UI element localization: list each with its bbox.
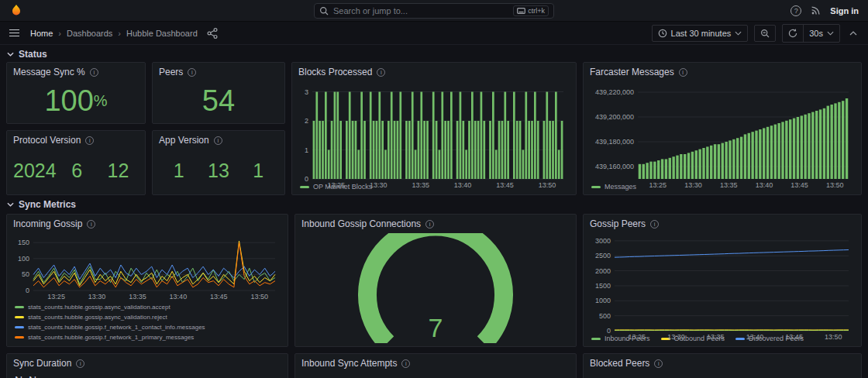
time-range-picker[interactable]: Last 30 minutes xyxy=(652,25,749,42)
svg-text:13:40: 13:40 xyxy=(170,293,188,301)
section-title: Sync Metrics xyxy=(19,199,76,210)
svg-text:3000: 3000 xyxy=(595,237,611,245)
svg-text:13:35: 13:35 xyxy=(707,333,725,341)
svg-text:13:40: 13:40 xyxy=(454,181,472,189)
breadcrumb-home[interactable]: Home xyxy=(29,29,54,38)
info-icon[interactable] xyxy=(679,68,687,77)
section-sync-metrics-toggle[interactable]: Sync Metrics xyxy=(0,195,868,212)
svg-text:13:50: 13:50 xyxy=(826,181,844,189)
legend-marker xyxy=(15,336,24,338)
info-icon[interactable] xyxy=(90,68,98,77)
panel-title[interactable]: Inbound Gossip Connections xyxy=(301,218,421,229)
legend-label: stats_counts.hubble.gossip.f_network_1_p… xyxy=(28,333,194,342)
collapse-controls-button[interactable] xyxy=(846,25,860,42)
chevron-down-icon xyxy=(735,31,742,36)
breadcrumb-current[interactable]: Hubble Dashboard xyxy=(125,29,199,38)
breadcrumb-dashboards[interactable]: Dashboards xyxy=(65,29,114,38)
legend-item[interactable]: stats_counts.hubble.gossip.f_network_1_c… xyxy=(15,323,205,332)
legend-item[interactable]: stats_counts.hubble.gossip.async_validat… xyxy=(15,313,167,321)
svg-text:13:25: 13:25 xyxy=(628,333,646,341)
section-status-toggle[interactable]: Status xyxy=(0,45,868,62)
panel-title[interactable]: Message Sync % xyxy=(13,67,85,77)
panel-title[interactable]: Blocked Peers xyxy=(590,358,649,369)
legend-item[interactable]: stats_counts.hubble.gossip.async_validat… xyxy=(15,303,170,311)
incoming-gossip-chart[interactable]: 05010015013:2513:3013:3513:4013:4513:50 xyxy=(13,233,281,301)
svg-text:13:30: 13:30 xyxy=(370,181,388,189)
sync-duration-value: NaN xyxy=(13,373,281,378)
info-icon[interactable] xyxy=(76,359,84,368)
svg-text:2500: 2500 xyxy=(595,252,611,259)
panel-title[interactable]: Peers xyxy=(159,67,183,77)
grafana-logo[interactable] xyxy=(9,4,23,18)
menu-toggle-icon[interactable] xyxy=(8,28,21,39)
news-icon[interactable] xyxy=(811,5,821,15)
info-icon[interactable] xyxy=(87,220,95,229)
info-icon[interactable] xyxy=(377,68,385,77)
share-icon[interactable] xyxy=(207,28,218,39)
blocks-processed-chart[interactable]: 012313:2513:3013:3513:4013:4513:50 xyxy=(298,81,570,181)
sign-in-link[interactable]: Sign in xyxy=(830,6,859,15)
peers-value: 54 xyxy=(202,86,235,115)
panel-title[interactable]: Blocks Processed xyxy=(298,67,372,77)
keyboard-icon xyxy=(517,8,525,14)
svg-text:13:50: 13:50 xyxy=(539,181,556,189)
svg-text:13:50: 13:50 xyxy=(825,333,842,341)
panel-gossip-peers: Gossip Peers 05001000150020002500300013:… xyxy=(583,214,862,347)
time-range-label: Last 30 minutes xyxy=(671,29,732,38)
breadcrumb-separator xyxy=(56,29,64,38)
protocol-day: 12 xyxy=(98,161,139,180)
svg-text:7: 7 xyxy=(429,313,443,342)
info-icon[interactable] xyxy=(188,68,196,77)
info-icon[interactable] xyxy=(650,220,659,229)
dashboard-toolbar: Home Dashboards Hubble Dashboard Last 30… xyxy=(0,22,868,45)
search-input[interactable] xyxy=(333,6,508,15)
info-icon[interactable] xyxy=(214,136,222,145)
app-version-patch: 1 xyxy=(239,161,278,180)
panel-blocked-peers: Blocked Peers xyxy=(583,353,862,378)
legend-marker xyxy=(15,306,24,308)
refresh-interval-picker[interactable]: 30s xyxy=(803,25,839,42)
legend-item[interactable]: stats_counts.hubble.gossip.f_network_1_p… xyxy=(15,333,194,342)
zoom-out-time-button[interactable] xyxy=(754,25,776,42)
svg-text:13:30: 13:30 xyxy=(684,181,702,189)
panel-title[interactable]: Sync Duration xyxy=(13,358,71,369)
panel-title[interactable]: App Version xyxy=(159,135,209,146)
chevron-down-icon xyxy=(7,202,14,207)
info-icon[interactable] xyxy=(401,359,410,368)
svg-text:13:45: 13:45 xyxy=(496,181,514,189)
search-box[interactable]: ctrl+k xyxy=(314,3,554,19)
svg-text:0: 0 xyxy=(305,175,308,183)
refresh-button[interactable] xyxy=(783,25,803,42)
svg-text:439,200,000: 439,200,000 xyxy=(595,113,634,121)
svg-text:0: 0 xyxy=(607,327,611,335)
farcaster-messages-chart[interactable]: 439,160,000439,180,000439,200,000439,220… xyxy=(590,81,855,181)
svg-text:1000: 1000 xyxy=(595,297,611,304)
svg-text:13:30: 13:30 xyxy=(88,293,106,301)
protocol-month: 6 xyxy=(57,161,98,180)
stat-value: 100 % xyxy=(13,81,139,120)
help-icon[interactable] xyxy=(790,5,801,16)
panel-message-sync: Message Sync % 100 % xyxy=(6,62,146,124)
protocol-version-values: 2024 6 12 xyxy=(13,149,139,191)
svg-text:13:40: 13:40 xyxy=(756,181,773,189)
svg-text:13:30: 13:30 xyxy=(667,333,685,341)
refresh-icon xyxy=(788,29,797,38)
info-icon[interactable] xyxy=(85,136,94,145)
info-icon[interactable] xyxy=(425,220,434,229)
gossip-peers-chart[interactable]: 05001000150020002500300013:2513:3013:351… xyxy=(590,233,855,333)
svg-text:439,220,000: 439,220,000 xyxy=(595,88,634,96)
info-icon[interactable] xyxy=(654,359,663,368)
svg-text:13:40: 13:40 xyxy=(746,333,764,341)
panel-title[interactable]: Farcaster Messages xyxy=(590,67,674,77)
svg-text:13:25: 13:25 xyxy=(649,181,667,189)
panel-inbound-gossip-connections: Inbound Gossip Connections 7 xyxy=(294,214,577,347)
svg-text:1: 1 xyxy=(305,146,308,154)
svg-text:2000: 2000 xyxy=(595,267,611,275)
panel-title[interactable]: Gossip Peers xyxy=(590,218,646,229)
inbound-gossip-gauge[interactable]: 7 xyxy=(301,233,570,343)
panel-title[interactable]: Protocol Version xyxy=(13,135,81,146)
panel-title[interactable]: Inbound Sync Attempts xyxy=(301,358,397,369)
refresh-group: 30s xyxy=(782,24,840,43)
panel-title[interactable]: Incoming Gossip xyxy=(13,218,82,229)
panel-protocol-version: Protocol Version 2024 6 12 xyxy=(6,130,146,195)
